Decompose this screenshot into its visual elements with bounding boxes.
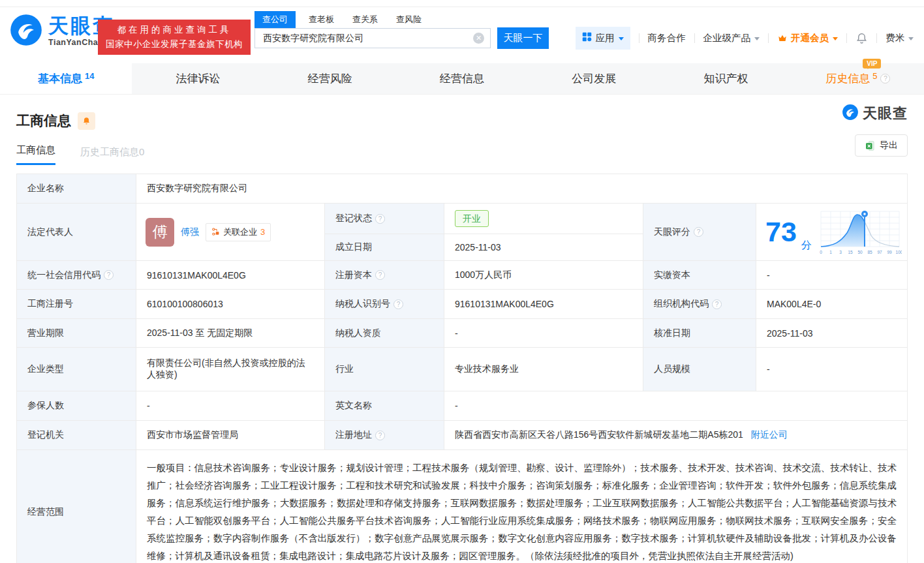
subtab-current-registration[interactable]: 工商信息 xyxy=(16,144,55,165)
chevron-down-icon xyxy=(754,37,760,43)
paid-capital-value: - xyxy=(756,261,907,289)
legal-rep-name-link[interactable]: 傅强 xyxy=(181,226,199,238)
help-icon[interactable] xyxy=(375,214,385,224)
nav-divider xyxy=(768,33,769,43)
label-text: 注册资本 xyxy=(335,269,372,281)
tab-business-risk[interactable]: 经营风险 xyxy=(264,63,396,94)
company-type-label: 企业类型 xyxy=(17,348,136,391)
search-input[interactable] xyxy=(254,28,491,48)
org-code-value: MAK00L4E-0 xyxy=(756,290,907,318)
svg-text:97: 97 xyxy=(877,250,882,254)
table-row: 营业期限 2025-11-03 至 无固定期限 纳税人资质 - 核准日期 202… xyxy=(17,319,907,348)
credit-code-label: 统一社会信用代码 xyxy=(17,261,136,289)
reg-capital-label: 注册资本 xyxy=(325,261,444,289)
nearby-companies-link[interactable]: 附近公司 xyxy=(751,429,788,441)
table-row: 企业名称 西安数字研究院有限公司 xyxy=(17,174,907,204)
status-badge[interactable]: 开业 xyxy=(455,210,489,227)
help-icon[interactable] xyxy=(694,227,703,237)
export-button[interactable]: 导出 xyxy=(855,134,908,157)
registration-info-table: 企业名称 西安数字研究院有限公司 法定代表人 傅 傅强 xyxy=(16,174,908,563)
credit-code-value: 91610131MAK00L4E0G xyxy=(136,261,325,289)
chevron-down-icon xyxy=(908,37,914,43)
notification-bell[interactable] xyxy=(855,32,868,44)
legal-rep-label: 法定代表人 xyxy=(17,204,136,260)
nav-vip[interactable]: 开通会员 xyxy=(777,32,838,44)
help-icon[interactable] xyxy=(375,431,385,440)
score-value: 73 xyxy=(765,218,797,246)
related-companies-badge[interactable]: 关联企业 3 xyxy=(206,223,271,241)
nav-divider xyxy=(694,33,695,43)
label-text: 登记状态 xyxy=(335,213,372,224)
label-text: 组织机构代码 xyxy=(654,298,709,310)
legal-rep-avatar[interactable]: 傅 xyxy=(146,218,174,247)
business-scope-label: 经营范围 xyxy=(17,450,136,563)
nav-username: 费米 xyxy=(886,32,904,44)
subtab-bar: 工商信息 历史工商信息0 xyxy=(16,144,908,165)
nav-user[interactable]: 费米 xyxy=(886,32,914,44)
tab-label: 基本信息 xyxy=(38,71,82,86)
page-header: 天眼查 TianYanCha.com 都在用的商业查询工具 国家中小企业发展子基… xyxy=(0,0,924,63)
tab-business-info[interactable]: 经营信息 xyxy=(396,63,528,94)
search-tab-boss[interactable]: 查老板 xyxy=(309,14,334,25)
related-companies-count: 3 xyxy=(260,227,265,237)
tab-company-development[interactable]: 公司发展 xyxy=(528,63,660,94)
help-icon[interactable] xyxy=(104,270,114,280)
english-name-label: 英文名称 xyxy=(325,391,444,420)
header-nav: 应用 商务合作 企业级产品 开通会员 xyxy=(576,26,914,50)
staff-size-label: 人员规模 xyxy=(643,348,756,391)
tab-label: 经营信息 xyxy=(440,71,484,86)
nav-vip-label: 开通会员 xyxy=(791,32,829,44)
search-tab-risk[interactable]: 查风险 xyxy=(396,14,422,25)
industry-label: 行业 xyxy=(325,348,444,391)
taxpayer-id-label: 纳税人识别号 xyxy=(325,290,444,318)
nav-enterprise[interactable]: 企业级产品 xyxy=(703,32,760,44)
company-name-value: 西安数字研究院有限公司 xyxy=(136,174,907,203)
nav-divider xyxy=(846,33,847,43)
tab-history-info[interactable]: VIP 历史信息 5 xyxy=(792,63,924,94)
table-row: 法定代表人 傅 傅强 关联企业 3 xyxy=(17,204,907,261)
top-divider xyxy=(0,7,924,7)
nav-enterprise-label: 企业级产品 xyxy=(703,32,751,44)
help-icon[interactable] xyxy=(880,74,890,84)
tab-basic-info[interactable]: 基本信息 14 xyxy=(0,63,132,94)
svg-text:85: 85 xyxy=(867,250,872,254)
clear-icon[interactable] xyxy=(473,33,484,44)
taxpayer-id-value: 91610131MAK00L4E0G xyxy=(444,290,643,318)
chevron-down-icon xyxy=(619,37,624,43)
svg-text:15: 15 xyxy=(848,250,853,254)
tab-intellectual-property[interactable]: 知识产权 xyxy=(660,63,792,94)
tab-label: 历史信息 xyxy=(825,71,870,86)
svg-text:99: 99 xyxy=(887,250,892,254)
monitor-bell-button[interactable] xyxy=(78,112,95,130)
help-icon[interactable] xyxy=(375,270,385,280)
search-tab-relation[interactable]: 查关系 xyxy=(352,14,378,25)
help-icon[interactable] xyxy=(393,299,403,309)
label-text: 纳税人识别号 xyxy=(335,298,390,310)
business-term-value: 2025-11-03 至 无固定期限 xyxy=(136,319,325,347)
tab-legal-proceedings[interactable]: 法律诉讼 xyxy=(132,63,264,94)
search-button[interactable]: 天眼一下 xyxy=(497,27,549,49)
help-icon[interactable] xyxy=(712,299,722,309)
watermark: 天眼查 xyxy=(842,104,908,123)
svg-text:0: 0 xyxy=(820,250,822,254)
apps-grid-icon xyxy=(582,32,592,44)
tab-label: 公司发展 xyxy=(572,71,616,86)
address-cell: 陕西省西安市高新区天谷八路156号西安软件新城研发基地二期A5栋201 附近公司 xyxy=(444,421,907,449)
tab-label: 经营风险 xyxy=(308,71,352,86)
nav-divider xyxy=(639,33,639,43)
chevron-down-icon xyxy=(833,37,838,43)
section-title: 工商信息 xyxy=(16,112,71,130)
table-row: 企业类型 有限责任公司(非自然人投资或控股的法人独资) 行业 专业技术服务业 人… xyxy=(17,348,907,391)
nav-cooperation[interactable]: 商务合作 xyxy=(648,32,686,44)
score-distribution-chart: 0 1 3 15 50 85 97 99 100 xyxy=(818,209,902,256)
score-label: 天眼评分 xyxy=(643,204,756,260)
business-registration-section: 天眼查 工商信息 工商信息 历史工商信息0 导出 企业名称 西安数字研究院 xyxy=(0,95,924,563)
taxpayer-qualification-label: 纳税人资质 xyxy=(325,319,444,347)
search-type-tabs: 查公司 查老板 查关系 查风险 xyxy=(254,12,549,27)
nav-apps[interactable]: 应用 xyxy=(576,27,630,50)
subtab-history-registration[interactable]: 历史工商信息0 xyxy=(80,146,144,165)
establish-date-label: 成立日期 xyxy=(325,234,444,260)
search-tab-company[interactable]: 查公司 xyxy=(254,11,296,28)
reg-status-label: 登记状态 xyxy=(325,204,444,234)
company-name-label: 企业名称 xyxy=(17,174,136,203)
